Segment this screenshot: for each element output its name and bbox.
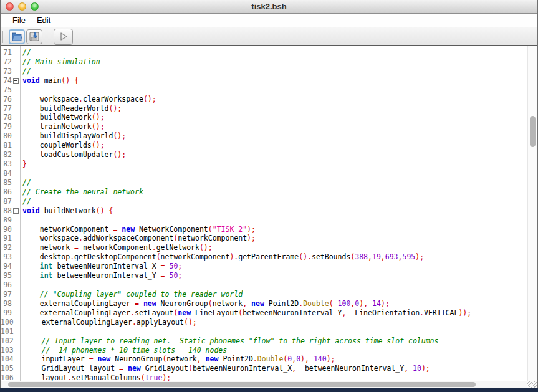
code-text[interactable]: buildDisplayWorld(); xyxy=(20,131,126,141)
code-line[interactable]: 72// Main simulation xyxy=(1,57,527,67)
code-line[interactable]: 96 xyxy=(1,280,527,290)
code-text[interactable]: int betweenNeuronInterval_X = 50; xyxy=(20,262,182,271)
window-title: tisk2.bsh xyxy=(1,0,537,13)
code-line[interactable]: 104 inputLayer = new NeuronGroup(network… xyxy=(1,355,527,364)
code-line[interactable]: 95 int betweenNeuronInterval_Y = 50; xyxy=(1,271,527,280)
code-text[interactable]: // Main simulation xyxy=(20,57,100,67)
code-text[interactable]: networkComponent = new NetworkComponent(… xyxy=(20,225,256,234)
title-bar[interactable]: tisk2.bsh xyxy=(1,0,537,14)
code-text[interactable]: // xyxy=(20,178,31,188)
fold-column xyxy=(14,364,22,373)
code-line[interactable]: 84 xyxy=(1,169,527,178)
code-line[interactable]: 85// xyxy=(1,178,527,188)
code-text[interactable]: void main() { xyxy=(20,76,79,85)
code-text[interactable]: loadCustomUpdater(); xyxy=(20,150,126,160)
code-text[interactable] xyxy=(20,280,22,290)
fold-column xyxy=(12,271,20,280)
code-text[interactable]: // Create the neural network xyxy=(20,188,143,197)
code-text[interactable]: workspace.addWorkspaceComponent(networkC… xyxy=(20,234,256,243)
code-line[interactable]: 99 externalCouplingLayer.setLayout(new L… xyxy=(1,308,527,318)
code-line[interactable]: 82 loadCustomUpdater(); xyxy=(1,150,527,160)
code-text[interactable]: trainNetwork(); xyxy=(20,122,105,131)
fold-column xyxy=(12,234,20,243)
code-text[interactable] xyxy=(20,169,22,178)
code-line[interactable]: 89 xyxy=(1,216,527,225)
code-text[interactable]: buildNetwork(); xyxy=(20,113,105,122)
code-line[interactable]: 73// xyxy=(1,67,527,76)
code-line[interactable]: 101 xyxy=(1,327,527,337)
code-text[interactable]: coupleWorlds(); xyxy=(20,141,105,150)
horizontal-scrollbar[interactable] xyxy=(1,381,527,388)
code-text[interactable]: int betweenNeuronInterval_Y = 50; xyxy=(20,271,182,280)
code-line[interactable]: 86// Create the neural network xyxy=(1,188,527,197)
code-text[interactable]: inputLayer = new NeuronGroup(network, ne… xyxy=(22,355,335,364)
vertical-scrollbar-thumb[interactable] xyxy=(530,116,536,147)
vertical-scrollbar[interactable] xyxy=(527,46,537,381)
fold-column xyxy=(14,318,22,327)
code-text[interactable] xyxy=(20,85,22,95)
code-text[interactable]: desktop.getDesktopComponent(networkCompo… xyxy=(20,252,424,262)
code-text[interactable]: network = networkComponent.getNetwork(); xyxy=(20,243,213,252)
code-text[interactable] xyxy=(20,216,22,225)
fold-column xyxy=(12,206,20,216)
fold-column xyxy=(12,150,20,160)
code-line[interactable]: 100 externalCouplingLayer.applyLayout(); xyxy=(1,318,527,327)
line-number: 73 xyxy=(1,67,12,76)
fold-column xyxy=(12,243,20,252)
code-line[interactable]: 83} xyxy=(1,160,527,169)
fold-column xyxy=(12,216,20,225)
code-text[interactable]: workspace.clearWorkspace(); xyxy=(20,95,156,104)
fold-column xyxy=(12,95,20,104)
code-line[interactable]: 79 trainNetwork(); xyxy=(1,122,527,131)
code-text[interactable] xyxy=(22,327,24,337)
menu-file[interactable]: File xyxy=(7,14,31,27)
menu-edit[interactable]: Edit xyxy=(31,14,56,27)
code-line[interactable]: 92 network = networkComponent.getNetwork… xyxy=(1,243,527,252)
open-file-button[interactable] xyxy=(9,29,25,44)
run-script-button[interactable] xyxy=(54,29,73,45)
code-line[interactable]: 88void buildNetwork() { xyxy=(1,206,527,216)
code-line[interactable]: 103 // 14 phonemes * 10 time slots = 140… xyxy=(1,346,527,355)
code-text[interactable]: externalCouplingLayer.applyLayout(); xyxy=(22,318,197,327)
code-lines[interactable]: 71//72// Main simulation73//74void main(… xyxy=(1,48,527,383)
code-line[interactable]: 81 coupleWorlds(); xyxy=(1,141,527,150)
fold-column xyxy=(12,290,20,299)
code-text[interactable]: // "Coupling layer" coupled to the reade… xyxy=(20,290,243,299)
code-text[interactable]: void buildNetwork() { xyxy=(20,206,113,216)
code-line[interactable]: 98 externalCouplingLayer = new NeuronGro… xyxy=(1,299,527,308)
toolbar-drag-handle[interactable] xyxy=(2,31,6,43)
code-line[interactable]: 80 buildDisplayWorld(); xyxy=(1,131,527,141)
code-text[interactable]: externalCouplingLayer.setLayout(new Line… xyxy=(20,308,471,318)
code-text[interactable]: // Input layer to reading net. Static ph… xyxy=(22,337,439,346)
toolbar-separator xyxy=(49,30,49,44)
code-text[interactable]: // xyxy=(20,48,31,57)
code-line[interactable]: 97 // "Coupling layer" coupled to the re… xyxy=(1,290,527,299)
code-editor[interactable]: 71//72// Main simulation73//74void main(… xyxy=(1,46,537,388)
code-line[interactable]: 78 buildNetwork(); xyxy=(1,113,527,122)
code-text[interactable]: } xyxy=(20,160,27,169)
save-file-button[interactable] xyxy=(26,29,42,44)
code-line[interactable]: 75 xyxy=(1,85,527,95)
code-line[interactable]: 90 networkComponent = new NetworkCompone… xyxy=(1,225,527,234)
code-line[interactable]: 102 // Input layer to reading net. Stati… xyxy=(1,337,527,346)
fold-column xyxy=(14,355,22,364)
code-text[interactable]: // 14 phonemes * 10 time slots = 140 nod… xyxy=(22,346,227,355)
code-text[interactable]: // xyxy=(20,67,31,76)
code-text[interactable]: buildReaderWorld(); xyxy=(20,104,122,113)
resize-grip[interactable] xyxy=(527,381,537,388)
code-line[interactable]: 74void main() { xyxy=(1,76,527,85)
code-line[interactable]: 71// xyxy=(1,48,527,57)
code-line[interactable]: 77 buildReaderWorld(); xyxy=(1,104,527,113)
code-text[interactable]: externalCouplingLayer = new NeuronGroup(… xyxy=(20,299,390,308)
code-line[interactable]: 76 workspace.clearWorkspace(); xyxy=(1,95,527,104)
code-text[interactable]: // xyxy=(20,197,31,206)
fold-collapse-icon[interactable] xyxy=(13,78,19,84)
horizontal-scrollbar-thumb[interactable] xyxy=(8,382,476,387)
code-line[interactable]: 87// xyxy=(1,197,527,206)
code-line[interactable]: 94 int betweenNeuronInterval_X = 50; xyxy=(1,262,527,271)
code-line[interactable]: 93 desktop.getDesktopComponent(networkCo… xyxy=(1,252,527,262)
code-line[interactable]: 91 workspace.addWorkspaceComponent(netwo… xyxy=(1,234,527,243)
code-text[interactable]: GridLayout layout = new GridLayout(betwe… xyxy=(22,364,430,373)
code-line[interactable]: 105 GridLayout layout = new GridLayout(b… xyxy=(1,364,527,373)
fold-collapse-icon[interactable] xyxy=(13,208,19,214)
